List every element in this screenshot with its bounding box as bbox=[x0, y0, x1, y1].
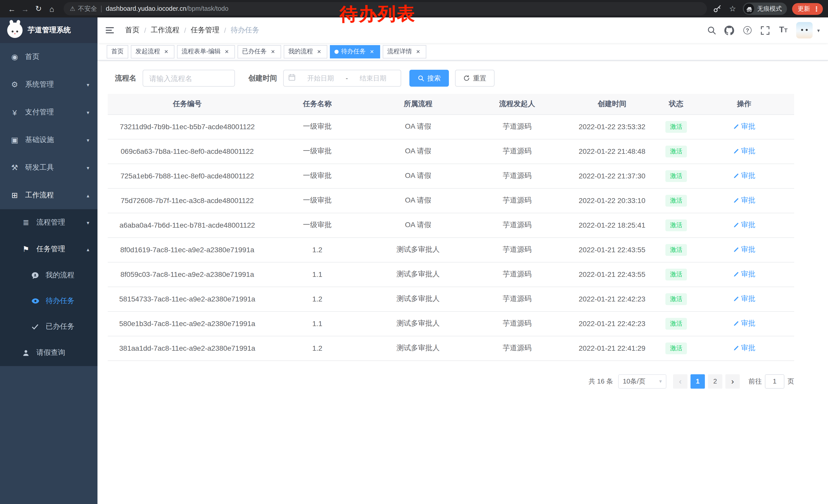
cell-task-id: 069c6a63-7b8a-11ec-8ef0-acde48001122 bbox=[108, 139, 267, 164]
browser-forward-icon[interactable]: → bbox=[18, 2, 32, 15]
tab-process-detail[interactable]: 流程详情 × bbox=[383, 45, 426, 58]
cell-task-name: 一级审批 bbox=[267, 164, 368, 188]
table-row: 8f059c03-7ac8-11ec-a9e2-a2380e71991a 1.1… bbox=[108, 262, 794, 287]
tab-my-processes[interactable]: 我的流程 × bbox=[284, 45, 327, 58]
approve-link[interactable]: 审批 bbox=[733, 147, 755, 156]
sidebar-item-workflow[interactable]: ⊞ 工作流程 ▴ bbox=[0, 182, 97, 209]
status-badge: 激活 bbox=[665, 145, 687, 157]
breadcrumb-workflow[interactable]: 工作流程 bbox=[151, 26, 179, 35]
goto-label: 前往 bbox=[748, 377, 762, 386]
cell-initiator: 芋道源码 bbox=[468, 237, 566, 262]
help-icon[interactable]: ? bbox=[742, 25, 753, 35]
cell-initiator: 芋道源码 bbox=[468, 164, 566, 188]
search-icon[interactable] bbox=[706, 25, 717, 35]
col-header-status: 状态 bbox=[658, 94, 694, 114]
cell-initiator: 芋道源码 bbox=[468, 262, 566, 287]
approve-link[interactable]: 审批 bbox=[733, 221, 755, 230]
approve-link[interactable]: 审批 bbox=[733, 270, 755, 279]
approve-link[interactable]: 审批 bbox=[733, 245, 755, 254]
tab-todo-tasks[interactable]: 待办任务 × bbox=[330, 45, 380, 58]
browser-reload-icon[interactable]: ↻ bbox=[32, 2, 45, 15]
sidebar-item-process-management[interactable]: ≣ 流程管理 ▾ bbox=[0, 209, 97, 236]
calendar-icon bbox=[288, 74, 295, 83]
cell-process: OA 请假 bbox=[368, 213, 468, 237]
sidebar-item-leave-query[interactable]: 请假查询 bbox=[0, 339, 97, 366]
bookmark-star-icon[interactable]: ☆ bbox=[728, 4, 738, 14]
app-logo-row[interactable]: 芋道管理系统 bbox=[0, 17, 97, 43]
close-icon[interactable]: × bbox=[223, 48, 230, 55]
prev-page-button[interactable]: ‹ bbox=[673, 374, 688, 388]
font-size-icon[interactable]: TT bbox=[778, 25, 788, 35]
process-name-input[interactable] bbox=[142, 70, 235, 87]
search-button[interactable]: 搜索 bbox=[409, 70, 449, 87]
sidebar-item-done-tasks[interactable]: 已办任务 bbox=[0, 314, 97, 339]
browser-home-icon[interactable]: ⌂ bbox=[45, 2, 58, 15]
breadcrumb-task-management[interactable]: 任务管理 bbox=[191, 26, 219, 35]
tab-start-process[interactable]: 发起流程 × bbox=[131, 45, 174, 58]
goto-unit-label: 页 bbox=[787, 377, 794, 386]
workflow-icon: ⊞ bbox=[10, 191, 19, 200]
tab-home[interactable]: 首页 bbox=[107, 45, 128, 58]
breadcrumb-separator: / bbox=[224, 26, 226, 34]
cell-created: 2022-01-21 22:43:55 bbox=[566, 237, 658, 262]
approve-link[interactable]: 审批 bbox=[733, 122, 755, 131]
table-row: 75d72608-7b7f-11ec-a3c8-acde48001122 一级审… bbox=[108, 188, 794, 213]
sidebar-item-system[interactable]: ⚙ 系统管理 ▾ bbox=[0, 71, 97, 98]
col-header-created: 创建时间 bbox=[566, 94, 658, 114]
cell-process: 测试多审批人 bbox=[368, 237, 468, 262]
navbar-right-tools: ? TT ▾ bbox=[706, 22, 820, 39]
page-size-select[interactable]: 10条/页 ▾ bbox=[618, 374, 666, 388]
sidebar-item-task-management[interactable]: ⚑ 任务管理 ▴ bbox=[0, 236, 97, 263]
red-annotation: 待办列表 bbox=[340, 2, 416, 27]
close-icon[interactable]: × bbox=[368, 48, 376, 55]
close-icon[interactable]: × bbox=[269, 48, 277, 55]
close-icon[interactable]: × bbox=[163, 48, 170, 55]
sidebar-item-todo-tasks[interactable]: 待办任务 bbox=[0, 288, 97, 314]
approve-link[interactable]: 审批 bbox=[733, 171, 755, 180]
goto-page-input[interactable] bbox=[765, 374, 784, 388]
breadcrumb: 首页 / 工作流程 / 任务管理 / 待办任务 bbox=[125, 26, 259, 35]
sidebar-item-devtools[interactable]: ⚒ 研发工具 ▾ bbox=[0, 154, 97, 182]
browser-menu-icon[interactable]: ⋮ bbox=[813, 5, 820, 12]
tab-process-form-edit[interactable]: 流程表单-编辑 × bbox=[177, 45, 235, 58]
app-frame: 芋道管理系统 ◉ 首页 ⚙ 系统管理 ▾ ¥ 支付管理 ▾ ▣ 基础设施 ▾ bbox=[0, 17, 828, 504]
approve-link[interactable]: 审批 bbox=[733, 343, 755, 353]
avatar-caret-down-icon[interactable]: ▾ bbox=[817, 28, 820, 33]
cell-initiator: 芋道源码 bbox=[468, 287, 566, 311]
sidebar-collapse-icon[interactable] bbox=[106, 25, 116, 35]
cell-task-name: 1.2 bbox=[267, 237, 368, 262]
page-button-2[interactable]: 2 bbox=[708, 374, 722, 388]
tab-done-tasks[interactable]: 已办任务 × bbox=[238, 45, 281, 58]
end-date-placeholder: 结束日期 bbox=[350, 74, 396, 83]
browser-update-button[interactable]: 更新 ⋮ bbox=[792, 3, 823, 15]
sidebar-item-infrastructure[interactable]: ▣ 基础设施 ▾ bbox=[0, 126, 97, 154]
approve-link[interactable]: 审批 bbox=[733, 294, 755, 304]
sidebar-item-my-processes[interactable]: 我的流程 bbox=[0, 263, 97, 288]
password-key-icon[interactable] bbox=[712, 4, 722, 14]
process-name-label: 流程名 bbox=[115, 74, 136, 83]
close-icon[interactable]: × bbox=[415, 48, 422, 55]
date-range-picker[interactable]: 开始日期 - 结束日期 bbox=[283, 70, 401, 87]
breadcrumb-separator: / bbox=[144, 26, 146, 34]
browser-back-icon[interactable]: ← bbox=[5, 2, 18, 15]
page-button-1[interactable]: 1 bbox=[691, 374, 705, 388]
sidebar-item-payment[interactable]: ¥ 支付管理 ▾ bbox=[0, 98, 97, 126]
approve-link[interactable]: 审批 bbox=[733, 319, 755, 328]
status-badge: 激活 bbox=[665, 342, 687, 354]
approve-link[interactable]: 审批 bbox=[733, 196, 755, 205]
github-icon[interactable] bbox=[724, 25, 735, 35]
breadcrumb-home[interactable]: 首页 bbox=[125, 26, 139, 35]
reset-button[interactable]: 重置 bbox=[455, 70, 495, 87]
col-header-process: 所属流程 bbox=[368, 94, 468, 114]
close-icon[interactable]: × bbox=[316, 48, 323, 55]
cell-task-id: 381aa1dd-7ac8-11ec-a9e2-a2380e71991a bbox=[108, 336, 267, 360]
table-row: 069c6a63-7b8a-11ec-8ef0-acde48001122 一级审… bbox=[108, 139, 794, 164]
status-badge: 激活 bbox=[665, 219, 687, 231]
user-avatar[interactable] bbox=[796, 22, 813, 39]
next-page-button[interactable]: › bbox=[726, 374, 740, 388]
sidebar-item-home[interactable]: ◉ 首页 bbox=[0, 43, 97, 71]
cell-task-name: 一级审批 bbox=[267, 213, 368, 237]
fullscreen-icon[interactable] bbox=[760, 25, 771, 35]
infrastructure-icon: ▣ bbox=[10, 135, 19, 145]
sidebar: 芋道管理系统 ◉ 首页 ⚙ 系统管理 ▾ ¥ 支付管理 ▾ ▣ 基础设施 ▾ bbox=[0, 17, 97, 504]
